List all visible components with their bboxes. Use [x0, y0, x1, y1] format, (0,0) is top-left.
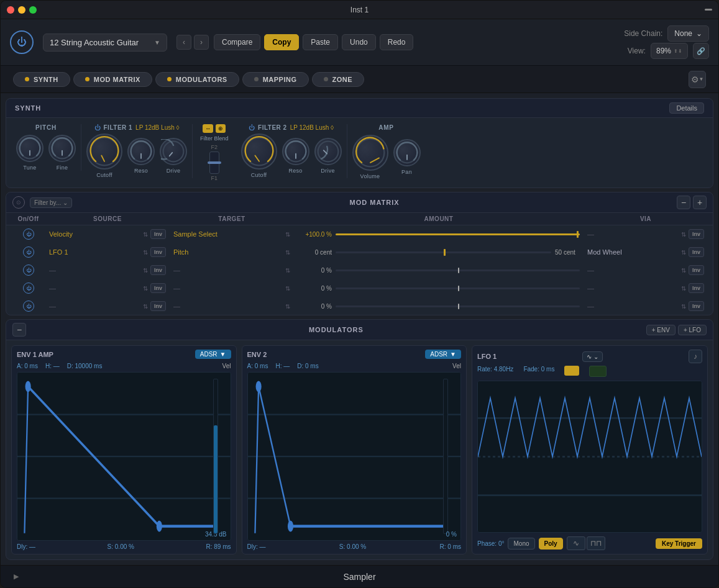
row3-source-inv[interactable]: Inv	[150, 265, 166, 275]
filter1-power-icon[interactable]: ⏻	[94, 124, 101, 131]
row5-amount-slider[interactable]	[336, 305, 580, 307]
pan-knob[interactable]	[393, 139, 421, 166]
row5-power-button[interactable]: ⏻	[23, 301, 34, 312]
row4-via-inv[interactable]: Inv	[689, 283, 704, 293]
row5-target-arrows[interactable]: ⇅	[285, 303, 290, 310]
row2-amount-slider[interactable]	[336, 251, 551, 253]
row4-target-arrows[interactable]: ⇅	[285, 285, 290, 292]
env1-params: A: 0 ms H: — D: 10000 ms Vel	[17, 363, 231, 369]
lfo1-mono-button[interactable]: Mono	[508, 538, 534, 550]
lfo1-graph[interactable]	[477, 381, 702, 533]
env1-adsr-select[interactable]: ADSR ▼	[195, 350, 231, 359]
mod-filter-button[interactable]: Filter by... ⌄	[30, 197, 72, 208]
copy-button[interactable]: Copy	[264, 34, 299, 50]
row4-amount-slider[interactable]	[336, 287, 580, 289]
details-button[interactable]: Details	[669, 102, 704, 114]
lfo1-fade-thumb[interactable]	[564, 366, 579, 376]
row1-source-inv[interactable]: Inv	[150, 229, 166, 239]
row1-via-arrows[interactable]: ⇅	[681, 231, 686, 238]
row2-source-arrows[interactable]: ⇅	[143, 249, 148, 256]
row1-source-arrows[interactable]: ⇅	[143, 231, 148, 238]
row2-power-button[interactable]: ⏻	[23, 247, 34, 258]
row5-source-inv[interactable]: Inv	[150, 301, 166, 311]
mod-remove-button[interactable]: −	[677, 196, 690, 209]
row5-source-arrows[interactable]: ⇅	[143, 303, 148, 310]
row4-source-inv[interactable]: Inv	[150, 283, 166, 293]
preset-selector[interactable]: 12 String Acoustic Guitar ▼	[43, 34, 167, 52]
filter1-drive-knob[interactable]	[160, 138, 187, 165]
row4-power-button[interactable]: ⏻	[23, 283, 34, 294]
tab-mapping[interactable]: MAPPING	[242, 72, 309, 87]
row1-via-inv[interactable]: Inv	[689, 229, 704, 239]
env2-graph[interactable]: 0 %	[247, 372, 462, 541]
volume-knob[interactable]	[352, 135, 388, 171]
lfo1-poly-button[interactable]: Poly	[539, 538, 563, 550]
filter2-cutoff-knob[interactable]	[241, 133, 277, 170]
row3-via-inv[interactable]: Inv	[689, 265, 704, 275]
tab-bar: SYNTH MOD MATRIX MODULATORS MAPPING ZONE…	[1, 66, 718, 93]
row1-power-button[interactable]: ⏻	[23, 228, 34, 240]
lfo1-sync-button[interactable]: ♪	[689, 350, 702, 363]
filter2-type[interactable]: LP 12dB Lush ◊	[290, 124, 334, 131]
lfo1-wave-select[interactable]: ∿ ⌄	[582, 351, 603, 362]
filter2-drive-knob[interactable]	[314, 138, 342, 165]
mod-matrix-options[interactable]: ⊙	[12, 196, 25, 209]
minimize-button[interactable]	[18, 6, 25, 14]
tab-synth[interactable]: SYNTH	[13, 72, 70, 87]
power-button[interactable]: ⏻	[10, 30, 34, 54]
redo-button[interactable]: Redo	[380, 34, 414, 50]
filter2-reso-knob[interactable]	[282, 138, 309, 165]
row4-source-arrows[interactable]: ⇅	[143, 285, 148, 292]
lfo1-wave-square[interactable]: ⊓⊓	[587, 536, 605, 550]
modulators-minus-button[interactable]: −	[12, 323, 26, 337]
filter2-power-icon[interactable]: ⏻	[249, 124, 255, 131]
maximize-button[interactable]	[29, 6, 37, 14]
row1-target-arrows[interactable]: ⇅	[285, 231, 290, 238]
mod-add-button[interactable]: +	[693, 196, 707, 209]
filter-blend-slider[interactable]	[209, 152, 219, 174]
tab-mod-matrix[interactable]: MOD MATRIX	[73, 72, 152, 87]
paste-button[interactable]: Paste	[303, 34, 338, 50]
tab-modulators[interactable]: MODULATORS	[155, 72, 239, 87]
nav-forward-button[interactable]: ›	[194, 35, 209, 50]
row3-power-button[interactable]: ⏻	[23, 265, 34, 276]
close-button[interactable]	[7, 6, 14, 14]
row2-via-inv[interactable]: Inv	[689, 247, 704, 257]
row5-via-arrows[interactable]: ⇅	[681, 303, 686, 310]
pitch-knobs: Tune Fine	[16, 135, 76, 171]
lfo1-envelope-thumb[interactable]	[589, 366, 607, 377]
link-button[interactable]: 🔗	[693, 43, 709, 59]
env1-vel-bar[interactable]	[213, 379, 218, 534]
filter1-cutoff-knob[interactable]	[86, 133, 122, 170]
row2-via-arrows[interactable]: ⇅	[681, 249, 686, 256]
row3-via-arrows[interactable]: ⇅	[681, 267, 686, 274]
filter1-reso-knob[interactable]	[127, 138, 155, 165]
fine-knob[interactable]	[48, 135, 76, 162]
sidechain-select[interactable]: None ⌄	[667, 25, 709, 42]
add-lfo-button[interactable]: + LFO	[678, 325, 707, 335]
lfo1-key-trigger-button[interactable]: Key Trigger	[656, 538, 702, 549]
row3-amount-slider[interactable]	[336, 269, 580, 271]
view-percent-control[interactable]: 89% ⬆⬇	[651, 43, 688, 59]
add-env-button[interactable]: + ENV	[646, 325, 675, 335]
nav-back-button[interactable]: ‹	[176, 35, 191, 50]
row3-target-arrows[interactable]: ⇅	[285, 267, 290, 274]
tune-knob[interactable]	[16, 135, 44, 162]
tab-zone[interactable]: ZONE	[312, 72, 365, 87]
row5-via-inv[interactable]: Inv	[689, 301, 704, 311]
env2-vel-bar[interactable]	[443, 379, 448, 534]
row4-via-arrows[interactable]: ⇅	[681, 285, 686, 292]
settings-button[interactable]: ⚙ ▼	[689, 71, 706, 88]
row3-source-arrows[interactable]: ⇅	[143, 267, 148, 274]
lfo1-wave-sine[interactable]: ∿	[567, 536, 585, 550]
row2-source-inv[interactable]: Inv	[150, 247, 166, 257]
compare-button[interactable]: Compare	[214, 34, 260, 50]
row2-target-arrows[interactable]: ⇅	[285, 249, 290, 256]
play-button[interactable]: ▶	[10, 571, 22, 583]
undo-button[interactable]: Undo	[342, 34, 376, 50]
env1-graph[interactable]: 34.5 dB	[17, 372, 231, 541]
filter1-type[interactable]: LP 12dB Lush ◊	[135, 124, 179, 131]
filter1-title: FILTER 1	[104, 124, 133, 131]
row1-amount-slider[interactable]	[336, 233, 580, 235]
env2-adsr-select[interactable]: ADSR ▼	[425, 350, 461, 359]
